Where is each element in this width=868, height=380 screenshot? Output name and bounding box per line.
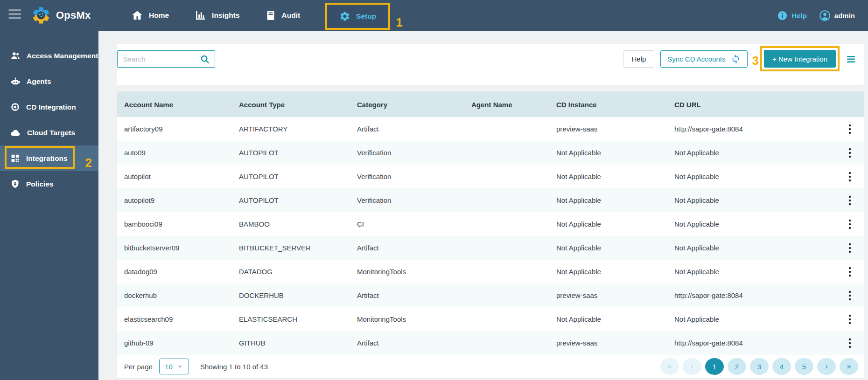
cell-account-type: BAMBOO: [232, 220, 350, 228]
cell-cd-instance: preview-saas: [549, 339, 667, 347]
row-actions-kebab-icon[interactable]: [845, 217, 855, 231]
table-row[interactable]: dockerhub DOCKERHUB Artifact preview-saa…: [117, 283, 864, 307]
row-actions-kebab-icon[interactable]: [845, 146, 855, 160]
column-header: CD URL: [667, 101, 835, 109]
toolbar: Help Sync CD Accounts 3 + New Integratio…: [117, 44, 864, 85]
nav-item-audit[interactable]: Audit: [265, 10, 301, 21]
sidebar-item-policies[interactable]: Policies: [0, 171, 98, 197]
user-menu[interactable]: admin: [819, 10, 855, 21]
pagination-summary: Showing 1 to 10 of 43: [200, 363, 268, 371]
gear-icon: [339, 11, 350, 22]
list-view-icon[interactable]: [846, 54, 857, 65]
top-navbar: OpsMx Home Insights Audit Setup 1 Help: [0, 0, 868, 31]
table-row[interactable]: github-09 GITHUB Artifact preview-saas h…: [117, 331, 864, 355]
column-header: Agent Name: [464, 101, 549, 109]
table-row[interactable]: artifactory09 ARTIFACTORY Artifact previ…: [117, 117, 864, 141]
table-row[interactable]: autopilot9 AUTOPILOT Verification Not Ap…: [117, 188, 864, 212]
prev-page-button[interactable]: ‹: [683, 358, 701, 375]
cell-cd-url: Not Applicable: [667, 315, 835, 323]
cell-category: MonitoringTools: [350, 315, 464, 323]
cell-category: MonitoringTools: [350, 268, 464, 276]
row-actions-kebab-icon[interactable]: [845, 170, 855, 184]
cell-account-type: AUTOPILOT: [232, 196, 350, 204]
cell-category: Artifact: [350, 125, 464, 133]
nav-item-insights[interactable]: Insights: [194, 10, 239, 21]
search-input[interactable]: [118, 55, 200, 63]
row-actions-kebab-icon[interactable]: [845, 193, 855, 207]
sidebar-item-cd-integration[interactable]: CD Integration: [0, 94, 98, 120]
journal-icon: [265, 10, 276, 21]
sidebar-item-integrations[interactable]: Integrations 2: [0, 145, 98, 171]
sidebar-item-label: Integrations: [26, 154, 68, 163]
cell-category: Verification: [350, 173, 464, 180]
cell-cd-url: Not Applicable: [667, 244, 835, 252]
page-button-1[interactable]: 1: [705, 358, 724, 375]
last-page-button[interactable]: »: [840, 358, 858, 375]
refresh-icon: [731, 54, 741, 64]
people-icon: [10, 51, 21, 61]
next-page-button[interactable]: ›: [817, 358, 836, 375]
table-row[interactable]: elasticsearch09 ELASTICSEARCH Monitoring…: [117, 307, 864, 331]
nav-label: Insights: [212, 11, 239, 20]
column-header: Category: [350, 101, 464, 109]
cell-cd-instance: Not Applicable: [549, 149, 667, 157]
sync-cd-accounts-button[interactable]: Sync CD Accounts: [660, 50, 747, 68]
new-integration-button[interactable]: + New Integration: [764, 50, 836, 68]
table-row[interactable]: bitbucketserver09 BITBUCKET_SERVER Artif…: [117, 236, 864, 260]
cell-cd-url: Not Applicable: [667, 173, 835, 180]
row-actions-kebab-icon[interactable]: [845, 312, 855, 326]
cell-account-type: GITHUB: [232, 339, 350, 347]
integrations-table: Account Name Account Type Category Agent…: [117, 91, 864, 379]
gear-brain-logo-icon: [31, 5, 51, 26]
page-button-5[interactable]: 5: [795, 358, 813, 375]
first-page-button[interactable]: «: [660, 358, 679, 375]
annotation-step-1: 1: [396, 15, 402, 31]
nav-item-home[interactable]: Home: [131, 10, 169, 21]
new-integration-highlight-box: + New Integration: [760, 46, 840, 71]
menu-hamburger-icon[interactable]: [8, 9, 22, 21]
page-button-2[interactable]: 2: [728, 358, 746, 375]
nav-item-setup[interactable]: Setup: [339, 11, 376, 22]
row-actions-kebab-icon[interactable]: [845, 265, 855, 279]
help-button[interactable]: Help: [623, 50, 654, 68]
page-button-4[interactable]: 4: [772, 358, 791, 375]
search-icon[interactable]: [200, 54, 210, 64]
cell-cd-instance: Not Applicable: [549, 315, 667, 323]
cell-cd-instance: Not Applicable: [549, 173, 667, 180]
cell-cd-instance: preview-saas: [549, 291, 667, 299]
username: admin: [834, 12, 855, 20]
row-actions-kebab-icon[interactable]: [845, 336, 855, 350]
table-row[interactable]: bambooci09 BAMBOO CI Not Applicable Not …: [117, 212, 864, 236]
cell-account-type: AUTOPILOT: [232, 149, 350, 157]
sidebar-item-agents[interactable]: Agents: [0, 69, 98, 94]
shield-lock-icon: [10, 179, 20, 189]
row-actions-kebab-icon[interactable]: [845, 289, 855, 303]
cell-cd-url: Not Applicable: [667, 220, 835, 228]
cloud-icon: [10, 128, 21, 137]
column-header: CD Instance: [549, 101, 667, 109]
cell-category: Artifact: [350, 244, 464, 252]
cell-cd-url: http://sapor-gate:8084: [667, 125, 835, 133]
cell-category: Verification: [350, 149, 464, 157]
help-link[interactable]: Help: [777, 10, 807, 21]
sidebar-item-access-management[interactable]: Access Management: [0, 43, 98, 69]
table-row[interactable]: auto09 AUTOPILOT Verification Not Applic…: [117, 141, 864, 165]
row-actions-kebab-icon[interactable]: [845, 241, 855, 255]
cell-cd-instance: Not Applicable: [549, 268, 667, 276]
sidebar-item-label: CD Integration: [26, 103, 76, 111]
cell-cd-instance: Not Applicable: [549, 196, 667, 204]
table-row[interactable]: datadog09 DATADOG MonitoringTools Not Ap…: [117, 260, 864, 283]
nav-label: Audit: [282, 11, 301, 20]
row-actions-kebab-icon[interactable]: [845, 122, 855, 136]
nav-label: Home: [149, 11, 169, 20]
per-page-select[interactable]: 10: [159, 359, 189, 374]
help-label: Help: [791, 12, 807, 20]
sidebar-item-label: Policies: [26, 180, 54, 188]
page-buttons: « ‹ 1 2 3 4 5 › »: [657, 358, 858, 375]
cell-category: Artifact: [350, 291, 464, 299]
page-button-3[interactable]: 3: [750, 358, 769, 375]
per-page-label: Per page: [124, 363, 153, 371]
table-row[interactable]: autopilot AUTOPILOT Verification Not App…: [117, 165, 864, 188]
sidebar-item-cloud-targets[interactable]: Cloud Targets: [0, 120, 98, 145]
opsmx-logo[interactable]: OpsMx: [31, 5, 105, 26]
